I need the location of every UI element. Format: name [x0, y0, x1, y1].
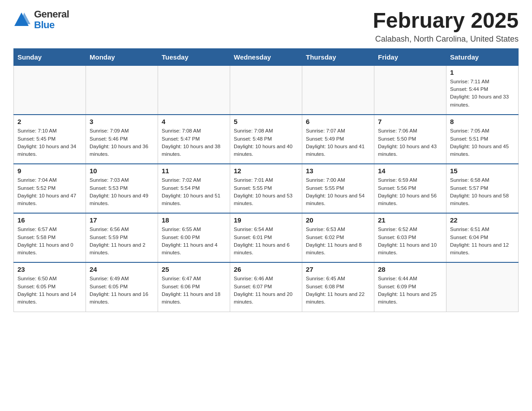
calendar-cell: 3Sunrise: 7:09 AMSunset: 5:46 PMDaylight…	[86, 115, 158, 164]
calendar-cell	[14, 65, 86, 115]
day-number: 1	[450, 68, 515, 76]
day-number: 19	[234, 216, 298, 224]
calendar-week-row: 23Sunrise: 6:50 AMSunset: 6:05 PMDayligh…	[14, 262, 519, 312]
day-info: Sunrise: 6:45 AMSunset: 6:08 PMDaylight:…	[306, 275, 370, 306]
day-info: Sunrise: 6:58 AMSunset: 5:57 PMDaylight:…	[450, 176, 515, 207]
calendar-header-row: SundayMondayTuesdayWednesdayThursdayFrid…	[14, 48, 519, 65]
day-number: 27	[306, 265, 370, 273]
calendar-cell: 6Sunrise: 7:07 AMSunset: 5:49 PMDaylight…	[302, 115, 374, 164]
day-info: Sunrise: 6:57 AMSunset: 5:58 PMDaylight:…	[17, 226, 82, 257]
calendar-cell: 10Sunrise: 7:03 AMSunset: 5:53 PMDayligh…	[86, 164, 158, 213]
day-number: 13	[306, 167, 370, 175]
calendar-week-row: 2Sunrise: 7:10 AMSunset: 5:45 PMDaylight…	[14, 115, 519, 164]
day-number: 12	[234, 167, 298, 175]
col-header-monday: Monday	[86, 48, 158, 65]
calendar-cell: 16Sunrise: 6:57 AMSunset: 5:58 PMDayligh…	[14, 213, 86, 262]
day-info: Sunrise: 7:06 AMSunset: 5:50 PMDaylight:…	[378, 127, 442, 158]
day-number: 3	[90, 118, 154, 125]
calendar-cell: 22Sunrise: 6:51 AMSunset: 6:04 PMDayligh…	[446, 213, 519, 262]
day-info: Sunrise: 6:47 AMSunset: 6:06 PMDaylight:…	[162, 275, 226, 306]
day-info: Sunrise: 7:10 AMSunset: 5:45 PMDaylight:…	[17, 127, 82, 158]
logo: General Blue	[13, 9, 69, 30]
day-info: Sunrise: 7:08 AMSunset: 5:47 PMDaylight:…	[162, 127, 226, 158]
day-number: 23	[17, 265, 82, 273]
calendar-cell: 1Sunrise: 7:11 AMSunset: 5:44 PMDaylight…	[446, 65, 519, 115]
day-number: 15	[450, 167, 515, 175]
day-number: 25	[162, 265, 226, 273]
day-info: Sunrise: 6:55 AMSunset: 6:00 PMDaylight:…	[162, 226, 226, 257]
day-info: Sunrise: 6:46 AMSunset: 6:07 PMDaylight:…	[234, 275, 298, 306]
day-number: 28	[378, 265, 442, 273]
day-info: Sunrise: 7:09 AMSunset: 5:46 PMDaylight:…	[90, 127, 154, 158]
calendar-cell	[446, 262, 519, 312]
day-info: Sunrise: 7:11 AMSunset: 5:44 PMDaylight:…	[450, 78, 515, 109]
page-header: General Blue February 2025 Calabash, Nor…	[13, 9, 519, 44]
calendar-cell: 23Sunrise: 6:50 AMSunset: 6:05 PMDayligh…	[14, 262, 86, 312]
day-info: Sunrise: 7:04 AMSunset: 5:52 PMDaylight:…	[17, 176, 82, 207]
day-number: 8	[450, 118, 515, 125]
day-number: 10	[90, 167, 154, 175]
calendar-table: SundayMondayTuesdayWednesdayThursdayFrid…	[13, 48, 519, 312]
calendar-cell: 25Sunrise: 6:47 AMSunset: 6:06 PMDayligh…	[158, 262, 230, 312]
calendar-cell: 13Sunrise: 7:00 AMSunset: 5:55 PMDayligh…	[302, 164, 374, 213]
logo-text: General Blue	[34, 9, 69, 30]
calendar-cell: 12Sunrise: 7:01 AMSunset: 5:55 PMDayligh…	[230, 164, 302, 213]
day-info: Sunrise: 6:49 AMSunset: 6:05 PMDaylight:…	[90, 275, 154, 306]
day-number: 22	[450, 216, 515, 224]
col-header-friday: Friday	[374, 48, 446, 65]
day-info: Sunrise: 7:02 AMSunset: 5:54 PMDaylight:…	[162, 176, 226, 207]
logo-blue-text: Blue	[34, 20, 69, 30]
day-number: 21	[378, 216, 442, 224]
day-number: 26	[234, 265, 298, 273]
col-header-thursday: Thursday	[302, 48, 374, 65]
col-header-sunday: Sunday	[14, 48, 86, 65]
day-number: 9	[17, 167, 82, 175]
calendar-week-row: 16Sunrise: 6:57 AMSunset: 5:58 PMDayligh…	[14, 213, 519, 262]
day-number: 14	[378, 167, 442, 175]
day-info: Sunrise: 6:56 AMSunset: 5:59 PMDaylight:…	[90, 226, 154, 257]
day-info: Sunrise: 7:00 AMSunset: 5:55 PMDaylight:…	[306, 176, 370, 207]
calendar-cell: 27Sunrise: 6:45 AMSunset: 6:08 PMDayligh…	[302, 262, 374, 312]
month-title: February 2025	[373, 9, 519, 33]
day-info: Sunrise: 6:53 AMSunset: 6:02 PMDaylight:…	[306, 226, 370, 257]
day-info: Sunrise: 7:08 AMSunset: 5:48 PMDaylight:…	[234, 127, 298, 158]
day-info: Sunrise: 6:51 AMSunset: 6:04 PMDaylight:…	[450, 226, 515, 257]
calendar-cell: 28Sunrise: 6:44 AMSunset: 6:09 PMDayligh…	[374, 262, 446, 312]
day-info: Sunrise: 7:03 AMSunset: 5:53 PMDaylight:…	[90, 176, 154, 207]
calendar-cell: 26Sunrise: 6:46 AMSunset: 6:07 PMDayligh…	[230, 262, 302, 312]
day-info: Sunrise: 6:44 AMSunset: 6:09 PMDaylight:…	[378, 275, 442, 306]
calendar-cell: 18Sunrise: 6:55 AMSunset: 6:00 PMDayligh…	[158, 213, 230, 262]
calendar-cell: 4Sunrise: 7:08 AMSunset: 5:47 PMDaylight…	[158, 115, 230, 164]
col-header-tuesday: Tuesday	[158, 48, 230, 65]
day-number: 4	[162, 118, 226, 125]
day-number: 11	[162, 167, 226, 175]
calendar-cell: 19Sunrise: 6:54 AMSunset: 6:01 PMDayligh…	[230, 213, 302, 262]
calendar-cell: 2Sunrise: 7:10 AMSunset: 5:45 PMDaylight…	[14, 115, 86, 164]
calendar-cell	[302, 65, 374, 115]
day-number: 18	[162, 216, 226, 224]
day-info: Sunrise: 7:01 AMSunset: 5:55 PMDaylight:…	[234, 176, 298, 207]
calendar-cell: 17Sunrise: 6:56 AMSunset: 5:59 PMDayligh…	[86, 213, 158, 262]
calendar-cell: 24Sunrise: 6:49 AMSunset: 6:05 PMDayligh…	[86, 262, 158, 312]
calendar-week-row: 9Sunrise: 7:04 AMSunset: 5:52 PMDaylight…	[14, 164, 519, 213]
calendar-week-row: 1Sunrise: 7:11 AMSunset: 5:44 PMDaylight…	[14, 65, 519, 115]
calendar-cell: 9Sunrise: 7:04 AMSunset: 5:52 PMDaylight…	[14, 164, 86, 213]
title-section: February 2025 Calabash, North Carolina, …	[373, 9, 519, 44]
day-info: Sunrise: 7:05 AMSunset: 5:51 PMDaylight:…	[450, 127, 515, 158]
calendar-cell: 5Sunrise: 7:08 AMSunset: 5:48 PMDaylight…	[230, 115, 302, 164]
location-subtitle: Calabash, North Carolina, United States	[373, 34, 519, 44]
day-number: 17	[90, 216, 154, 224]
day-info: Sunrise: 6:59 AMSunset: 5:56 PMDaylight:…	[378, 176, 442, 207]
logo-general-text: General	[34, 9, 69, 20]
calendar-cell: 20Sunrise: 6:53 AMSunset: 6:02 PMDayligh…	[302, 213, 374, 262]
day-number: 20	[306, 216, 370, 224]
day-number: 2	[17, 118, 82, 125]
calendar-cell: 15Sunrise: 6:58 AMSunset: 5:57 PMDayligh…	[446, 164, 519, 213]
day-info: Sunrise: 6:52 AMSunset: 6:03 PMDaylight:…	[378, 226, 442, 257]
calendar-cell	[86, 65, 158, 115]
calendar-cell	[374, 65, 446, 115]
calendar-cell: 14Sunrise: 6:59 AMSunset: 5:56 PMDayligh…	[374, 164, 446, 213]
day-number: 7	[378, 118, 442, 125]
day-info: Sunrise: 6:54 AMSunset: 6:01 PMDaylight:…	[234, 226, 298, 257]
logo-icon	[13, 10, 30, 30]
